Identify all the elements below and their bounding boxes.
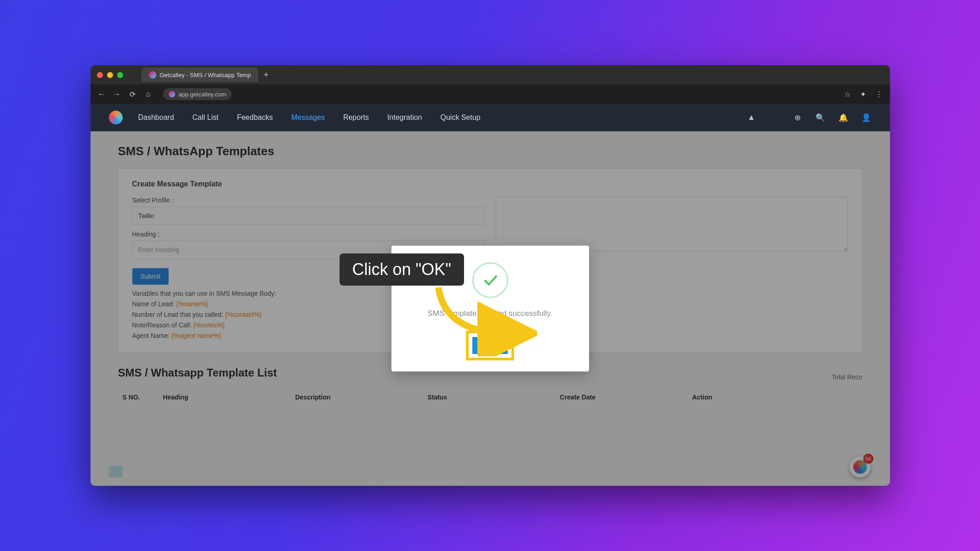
reload-icon[interactable]: ⟳ (128, 90, 137, 99)
site-icon (169, 91, 175, 97)
url-field[interactable]: app.getcalley.com (163, 88, 232, 100)
extensions-icon[interactable]: ✦ (859, 90, 868, 99)
user-icon[interactable]: 👤 (861, 113, 872, 123)
star-icon[interactable]: ☆ (843, 90, 852, 99)
ok-highlight-frame: OK (466, 331, 515, 360)
app-navbar: DashboardCall ListFeedbacksMessagesRepor… (91, 104, 890, 131)
close-window-icon[interactable] (97, 72, 103, 78)
nav-feedbacks[interactable]: Feedbacks (237, 113, 273, 122)
forward-icon[interactable]: → (113, 90, 122, 98)
ok-button[interactable]: OK (472, 337, 508, 354)
nav-reports[interactable]: Reports (343, 113, 369, 122)
window-controls (97, 72, 123, 78)
modal-backdrop: SMS template inserted successfully. OK (91, 131, 890, 486)
favicon-icon (149, 71, 156, 79)
nav-quick-setup[interactable]: Quick Setup (441, 113, 481, 122)
nav-call-list[interactable]: Call List (193, 113, 219, 122)
success-check-icon (472, 262, 508, 298)
tutorial-callout: Click on "OK" (340, 253, 465, 286)
url-text: app.getcalley.com (179, 91, 227, 98)
browser-tab[interactable]: Getcalley - SMS / Whatsapp Temp (142, 67, 258, 82)
app-logo-icon[interactable] (109, 111, 123, 124)
menu-icon[interactable]: ⋮ (874, 90, 884, 99)
android-icon[interactable]: ▲ (747, 113, 757, 122)
modal-message: SMS template inserted successfully. (428, 308, 553, 319)
maximize-window-icon[interactable] (117, 72, 123, 78)
back-icon[interactable]: ← (97, 90, 106, 98)
titlebar: Getcalley - SMS / Whatsapp Temp + (91, 65, 890, 84)
bell-icon[interactable]: 🔔 (838, 113, 849, 123)
tab-title: Getcalley - SMS / Whatsapp Temp (160, 72, 251, 79)
nav-integration[interactable]: Integration (387, 113, 422, 122)
globe-icon[interactable]: ⊕ (793, 113, 803, 123)
new-tab-button[interactable]: + (264, 70, 269, 80)
address-bar: ← → ⟳ ⌂ app.getcalley.com ☆ ✦ ⋮ (91, 84, 890, 104)
home-icon[interactable]: ⌂ (144, 90, 153, 98)
minimize-window-icon[interactable] (107, 72, 113, 78)
nav-messages[interactable]: Messages (291, 113, 325, 122)
search-icon[interactable]: 🔍 (816, 113, 826, 123)
callout-text: Click on "OK" (340, 253, 465, 286)
browser-window: Getcalley - SMS / Whatsapp Temp + ← → ⟳ … (91, 65, 890, 486)
nav-dashboard[interactable]: Dashboard (138, 113, 174, 122)
